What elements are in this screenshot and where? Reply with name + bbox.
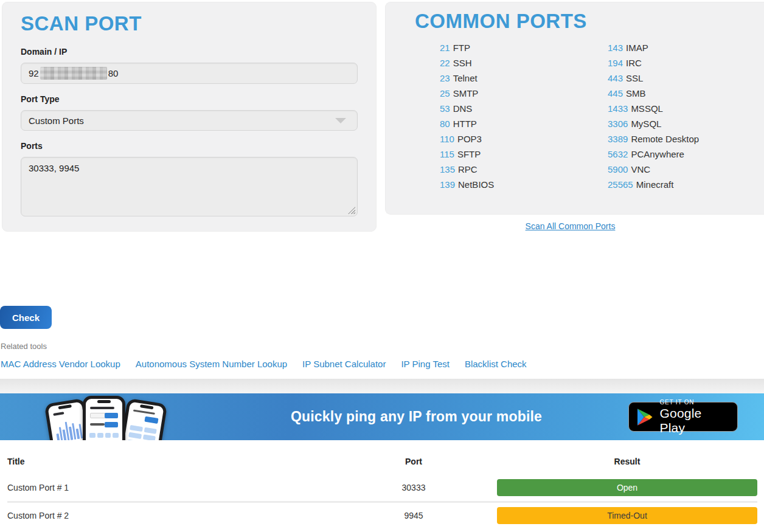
port-name: HTTP [453,119,477,129]
table-row: Custom Port # 2 9945 Timed-Out [7,501,757,528]
common-port-item: 135RPC [440,164,608,179]
port-number: 110 [440,134,454,144]
domain-ip-input[interactable]: 92 80 [21,63,358,84]
ports-value: 30333, 9945 [29,163,79,173]
link-asn-lookup[interactable]: Autonomous System Number Lookup [136,359,287,369]
row-title: Custom Port # 2 [7,511,341,520]
port-name: MSSQL [631,103,663,114]
port-number: 53 [440,103,450,114]
port-name: SSH [453,58,472,68]
port-type-label: Port Type [21,94,358,104]
common-port-item: 139NetBIOS [440,179,608,195]
section-divider-strip [0,379,764,393]
related-tools-label: Related tools [0,342,764,351]
banner-headline: Quickly ping any IP from your mobile [210,409,628,425]
port-name: PCAnywhere [631,149,684,159]
status-badge-timeout: Timed-Out [497,507,757,524]
port-number: 135 [440,164,455,174]
common-port-item: 5900VNC [608,164,699,179]
common-port-item: 194IRC [608,58,699,73]
link-ip-ping-test[interactable]: IP Ping Test [401,359,450,369]
resize-handle-icon[interactable] [348,207,355,214]
port-name: SMB [626,88,646,98]
port-number: 23 [440,73,450,83]
ports-label: Ports [21,141,358,151]
port-number: 139 [440,179,455,190]
google-play-badge[interactable]: GET IT ON Google Play [628,402,738,432]
results-table: Title Port Result Custom Port # 1 30333 … [0,440,764,528]
header-title: Title [7,457,341,466]
port-number: 25565 [608,179,633,190]
common-port-item: 80HTTP [440,119,608,134]
common-port-item: 53DNS [440,103,608,119]
port-name: DNS [453,103,473,114]
domain-value-prefix: 92 [29,68,39,78]
port-number: 3389 [608,134,628,144]
ports-textarea[interactable]: 30333, 9945 [21,157,358,216]
header-result: Result [487,457,757,466]
common-port-item: 5632PCAnywhere [608,149,699,164]
common-port-item: 3306MySQL [608,119,699,134]
link-ip-subnet-calculator[interactable]: IP Subnet Calculator [302,359,386,369]
row-port: 9945 [341,511,487,520]
port-number: 5632 [608,149,628,159]
phone-mockups-image [47,393,210,440]
common-ports-panel: COMMON PORTS 21FTP 22SSH 23Telnet 25SMTP… [385,2,764,215]
google-play-icon [637,408,653,426]
common-port-item: 143IMAP [608,43,699,58]
related-tools-links: MAC Address Vendor Lookup Autonomous Sys… [0,359,764,369]
port-name: Minecraft [636,179,674,190]
common-port-item: 110POP3 [440,134,608,149]
port-number: 1433 [608,103,628,114]
redacted-ip-blur [40,67,107,80]
mobile-app-banner: Quickly ping any IP from your mobile GET… [0,393,764,440]
port-name: SSL [626,73,643,83]
common-port-item: 115SFTP [440,149,608,164]
port-number: 443 [608,73,623,83]
port-number: 115 [440,149,454,159]
port-type-value: Custom Ports [29,116,84,126]
get-it-on-label: GET IT ON [660,399,729,406]
port-name: VNC [631,164,650,174]
google-play-text: GET IT ON Google Play [660,399,729,435]
common-port-item: 3389Remote Desktop [608,134,699,149]
port-name: MySQL [631,119,661,129]
top-section: SCAN PORT Domain / IP 92 80 Port Type Cu… [0,0,764,232]
table-row: Custom Port # 1 30333 Open [7,474,757,501]
link-blacklist-check[interactable]: Blacklist Check [465,359,527,369]
common-port-item: 25565Minecraft [608,179,699,195]
port-type-select[interactable]: Custom Ports [21,110,358,131]
common-ports-column: COMMON PORTS 21FTP 22SSH 23Telnet 25SMTP… [377,2,764,232]
scan-port-title: SCAN PORT [21,11,358,36]
port-name: IMAP [626,43,648,53]
port-name: Telnet [453,73,478,83]
domain-ip-label: Domain / IP [21,47,358,57]
port-name: FTP [453,43,470,53]
port-number: 80 [440,119,450,129]
common-ports-list-left: 21FTP 22SSH 23Telnet 25SMTP 53DNS 80HTTP… [440,43,608,195]
phone-mockup-middle [83,396,125,440]
header-port: Port [341,457,487,466]
port-name: NetBIOS [458,179,494,190]
port-number: 445 [608,88,623,98]
scan-port-panel: SCAN PORT Domain / IP 92 80 Port Type Cu… [2,2,377,232]
common-port-item: 445SMB [608,88,699,103]
port-number: 194 [608,58,623,68]
check-button[interactable]: Check [0,306,52,329]
status-badge-open: Open [497,479,757,496]
port-name: SFTP [457,149,481,159]
common-port-item: 443SSL [608,73,699,88]
port-name: Remote Desktop [631,134,699,144]
common-port-item: 21FTP [440,43,608,58]
row-port: 30333 [341,483,487,492]
common-port-item: 25SMTP [440,88,608,103]
link-mac-address-vendor-lookup[interactable]: MAC Address Vendor Lookup [1,359,120,369]
scan-all-common-ports-link[interactable]: Scan All Common Ports [526,221,616,231]
port-number: 21 [440,43,450,53]
port-name: SMTP [453,88,479,98]
port-name: IRC [626,58,642,68]
port-number: 5900 [608,164,628,174]
port-name: POP3 [457,134,482,144]
domain-value-suffix: 80 [108,68,119,78]
common-port-item: 23Telnet [440,73,608,88]
